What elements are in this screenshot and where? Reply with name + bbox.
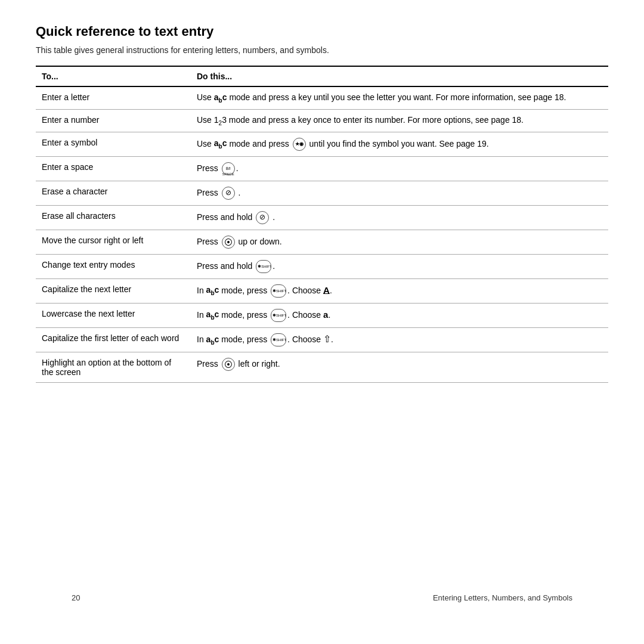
- shift-key-icon3: ✱SHIFT: [271, 309, 286, 322]
- row-do: Press 8#SPACE.: [191, 156, 608, 181]
- page-intro: This table gives general instructions fo…: [36, 45, 608, 55]
- page-title: Quick reference to text entry: [36, 24, 608, 39]
- mode-123-label: 123: [214, 115, 227, 125]
- table-row: Change text entry modes Press and hold ✱…: [36, 254, 608, 278]
- reference-table: To... Do this... Enter a letter Use abc …: [36, 66, 608, 383]
- footer-page-number: 20: [72, 593, 80, 602]
- row-to: Capitalize the next letter: [36, 278, 191, 303]
- row-do: Use abc mode and press ★◉ until you find…: [191, 132, 608, 156]
- table-row: Capitalize the first letter of each word…: [36, 327, 608, 352]
- abc-mode-label2: abc: [214, 138, 227, 148]
- table-row: Lowercase the next letter In abc mode, p…: [36, 303, 608, 327]
- abc-mode-label: abc: [214, 92, 227, 102]
- abc-mode-label4: abc: [206, 309, 219, 319]
- row-do: Press up or down.: [191, 230, 608, 254]
- abc-mode-label5: abc: [206, 335, 219, 344]
- shift-key-icon2: ✱SHIFT: [271, 284, 286, 298]
- row-do: Press and hold ✱SHIFT.: [191, 254, 608, 278]
- row-to: Capitalize the first letter of each word: [36, 327, 191, 352]
- table-row: Move the cursor right or left Press up o…: [36, 230, 608, 254]
- row-do: Press ⊘ .: [191, 181, 608, 205]
- table-row: Enter a letter Use abc mode and press a …: [36, 86, 608, 109]
- nav-key-icon: [222, 236, 235, 249]
- row-to: Erase a character: [36, 181, 191, 205]
- row-to: Enter a letter: [36, 86, 191, 109]
- row-do: Use abc mode and press a key until you s…: [191, 86, 608, 109]
- row-to: Erase all characters: [36, 205, 191, 230]
- row-do: Use 123 mode and press a key once to ent…: [191, 109, 608, 132]
- choose-cap-label: A: [323, 284, 330, 295]
- table-row: Erase all characters Press and hold ⊘ .: [36, 205, 608, 230]
- page-wrapper: Quick reference to text entry This table…: [36, 24, 608, 620]
- table-row: Capitalize the next letter In abc mode, …: [36, 278, 608, 303]
- table-row: Enter a space Press 8#SPACE.: [36, 156, 608, 181]
- row-to: Enter a number: [36, 109, 191, 132]
- erase-key-icon2: ⊘: [256, 211, 269, 224]
- row-do: In abc mode, press ✱SHIFT. Choose a.: [191, 303, 608, 327]
- erase-key-icon: ⊘: [222, 187, 235, 200]
- table-row: Highlight an option at the bottom of the…: [36, 352, 608, 382]
- row-do: Press and hold ⊘ .: [191, 205, 608, 230]
- nav-key-icon2: [222, 358, 235, 371]
- space-key-icon: 8#SPACE: [222, 162, 235, 175]
- row-to: Move the cursor right or left: [36, 230, 191, 254]
- row-to: Highlight an option at the bottom of the…: [36, 352, 191, 382]
- choose-lower-label: a: [323, 309, 328, 319]
- row-to: Enter a space: [36, 156, 191, 181]
- row-to: Change text entry modes: [36, 254, 191, 278]
- table-header-row: To... Do this...: [36, 66, 608, 86]
- row-do: In abc mode, press ✱SHIFT. Choose A.: [191, 278, 608, 303]
- row-do: Press left or right.: [191, 352, 608, 382]
- col-to-header: To...: [36, 66, 191, 86]
- col-do-header: Do this...: [191, 66, 608, 86]
- table-row: Enter a symbol Use abc mode and press ★◉…: [36, 132, 608, 156]
- table-row: Erase a character Press ⊘ .: [36, 181, 608, 205]
- row-to: Lowercase the next letter: [36, 303, 191, 327]
- shift-key-icon: ✱SHIFT: [256, 260, 271, 273]
- row-do: In abc mode, press ✱SHIFT. Choose ⇧.: [191, 327, 608, 352]
- choose-shift-cap-label: ⇧: [323, 334, 331, 344]
- shift-key-icon4: ✱SHIFT: [271, 333, 286, 346]
- table-row: Enter a number Use 123 mode and press a …: [36, 109, 608, 132]
- row-to: Enter a symbol: [36, 132, 191, 156]
- page-footer: 20 Entering Letters, Numbers, and Symbol…: [72, 593, 572, 602]
- footer-section-title: Entering Letters, Numbers, and Symbols: [433, 593, 572, 602]
- star-key-icon: ★◉: [293, 138, 306, 151]
- abc-mode-label3: abc: [206, 285, 219, 295]
